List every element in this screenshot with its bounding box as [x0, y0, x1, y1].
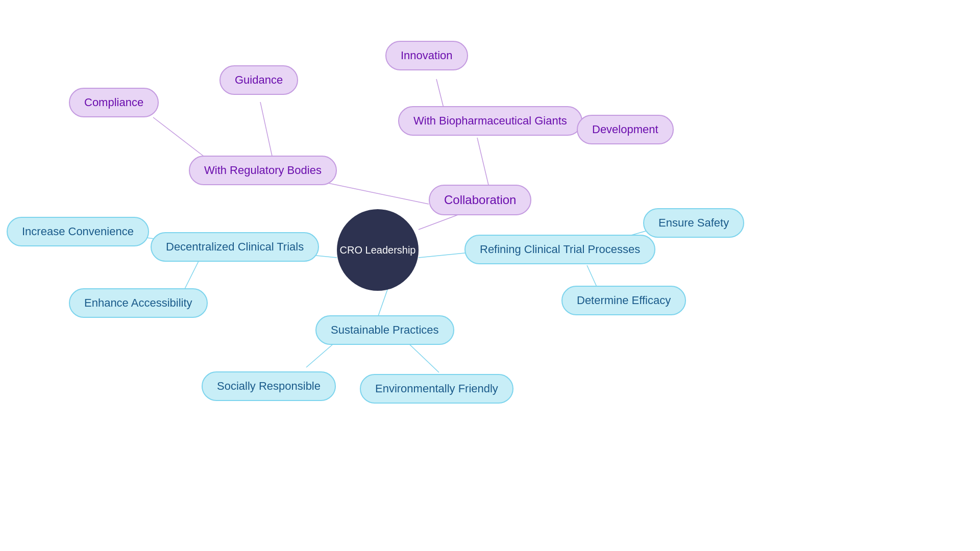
guidance-node: Guidance [219, 65, 298, 95]
determine-efficacy-node: Determine Efficacy [561, 286, 686, 315]
ensure-safety-node: Ensure Safety [643, 208, 744, 238]
svg-line-10 [419, 253, 470, 258]
svg-line-9 [184, 260, 199, 291]
center-node: CRO Leadership [337, 209, 419, 291]
compliance-node: Compliance [69, 88, 159, 117]
svg-line-2 [260, 102, 273, 161]
with-regulatory-bodies-node: With Regulatory Bodies [189, 156, 337, 185]
collaboration-node: Collaboration [429, 185, 531, 215]
environmentally-friendly-node: Environmentally Friendly [360, 374, 513, 404]
refining-clinical-node: Refining Clinical Trial Processes [464, 235, 655, 264]
svg-line-4 [477, 138, 490, 191]
development-node: Development [577, 115, 674, 144]
svg-line-0 [419, 214, 459, 230]
svg-line-13 [378, 288, 388, 317]
enhance-accessibility-node: Enhance Accessibility [69, 288, 208, 318]
svg-line-5 [436, 79, 444, 110]
increase-convenience-node: Increase Convenience [7, 217, 149, 246]
innovation-node: Innovation [385, 41, 468, 70]
with-biopharm-node: With Biopharmaceutical Giants [398, 106, 582, 136]
socially-responsible-node: Socially Responsible [202, 371, 336, 401]
svg-line-15 [406, 341, 439, 372]
sustainable-practices-node: Sustainable Practices [315, 315, 454, 345]
decentralized-clinical-trials-node: Decentralized Clinical Trials [151, 232, 319, 262]
